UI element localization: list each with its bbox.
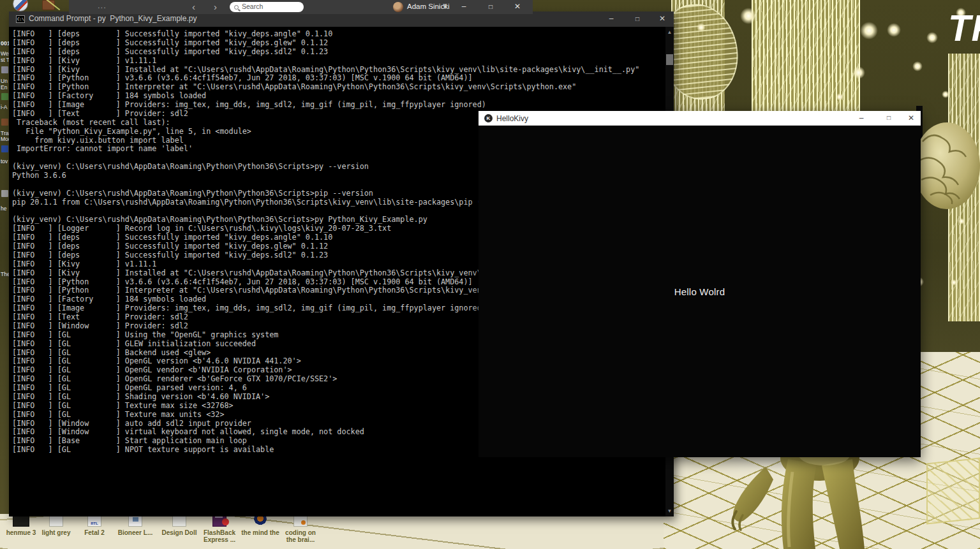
- browser-top-bar: ... ‹ › Search Adam Sinicki ∨ – □ ✕: [69, 0, 533, 14]
- maximize-button[interactable]: □: [626, 11, 649, 27]
- cmd-icon: C:\: [16, 15, 25, 23]
- desktop-icon-label: coding on the brai...: [277, 529, 324, 543]
- glow-orb: [852, 66, 865, 79]
- search-icon: [234, 5, 239, 10]
- desktop-item-label: st T: [1, 57, 10, 63]
- hello-world-label: Hello Wolrd: [674, 286, 725, 297]
- back-icon[interactable]: ‹: [192, 0, 195, 14]
- search-label: Search: [242, 3, 263, 10]
- search-box[interactable]: Search: [230, 2, 304, 12]
- desktop-icon-partial[interactable]: [1, 145, 8, 152]
- glow-orb: [860, 22, 878, 40]
- glow-orb: [958, 218, 965, 224]
- desktop-item-label: En: [1, 84, 7, 91]
- glow-orb: [836, 93, 843, 101]
- scrollbar-thumb[interactable]: [666, 54, 673, 65]
- desktop-icon-partial[interactable]: [1, 190, 8, 197]
- desktop-icon-partial[interactable]: [1, 66, 8, 73]
- hellokivy-titlebar[interactable]: K HelloKivy – □ ✕: [479, 111, 921, 126]
- close-button[interactable]: ✕: [902, 111, 921, 126]
- minimize-button[interactable]: –: [600, 11, 623, 27]
- hellokivy-window: K HelloKivy – □ ✕ Hello Wolrd: [479, 111, 921, 457]
- hellokivy-content: Hello Wolrd: [479, 126, 921, 457]
- glow-orb: [697, 23, 706, 32]
- brain-model: [911, 116, 980, 212]
- maximize-button[interactable]: □: [878, 111, 900, 126]
- desktop-dock: henmue 3light greyRTLFetal 2Bioneer L...…: [0, 511, 674, 549]
- topbar-close-button[interactable]: ✕: [507, 0, 528, 14]
- glow-orb: [942, 91, 949, 98]
- menu-dots-icon[interactable]: ...: [98, 1, 107, 10]
- desktop-icon-label: FlashBack Express ...: [196, 529, 243, 543]
- window-title: HelloKivy: [496, 114, 528, 123]
- window-title: Command Prompt - py Python_Kivy_Example.…: [29, 14, 197, 23]
- minimize-button[interactable]: –: [850, 111, 872, 126]
- user-avatar[interactable]: [393, 2, 403, 12]
- desktop-icon-partial[interactable]: [1, 93, 8, 100]
- wireframe-box: [926, 458, 980, 525]
- glow-orb: [740, 8, 757, 24]
- scroll-down-icon[interactable]: ▼: [665, 507, 674, 515]
- chevron-down-icon[interactable]: ∨: [442, 1, 448, 10]
- background-big-text: TR: [948, 6, 980, 49]
- desktop-icon-partial[interactable]: [1, 119, 8, 126]
- kivy-logo-icon: K: [484, 114, 493, 122]
- desktop-item-label: tov: [1, 158, 8, 165]
- glow-orb: [887, 23, 901, 37]
- close-button[interactable]: ✕: [651, 11, 674, 27]
- desktop-item-label: Un: [1, 78, 8, 84]
- desktop-item-label: i-A: [1, 104, 7, 110]
- glow-orb: [926, 32, 938, 43]
- topbar-maximize-button[interactable]: □: [480, 0, 501, 14]
- scroll-up-icon[interactable]: ▲: [665, 28, 674, 36]
- desktop-icon-label: Fetal 2: [71, 529, 118, 536]
- glow-orb: [951, 279, 957, 286]
- glow-orb: [912, 61, 923, 71]
- forward-icon[interactable]: ›: [214, 0, 217, 14]
- desktop-item-label: he: [1, 205, 6, 212]
- desktop-icon-label: Bioneer L...: [112, 529, 159, 536]
- topbar-minimize-button[interactable]: –: [453, 0, 475, 14]
